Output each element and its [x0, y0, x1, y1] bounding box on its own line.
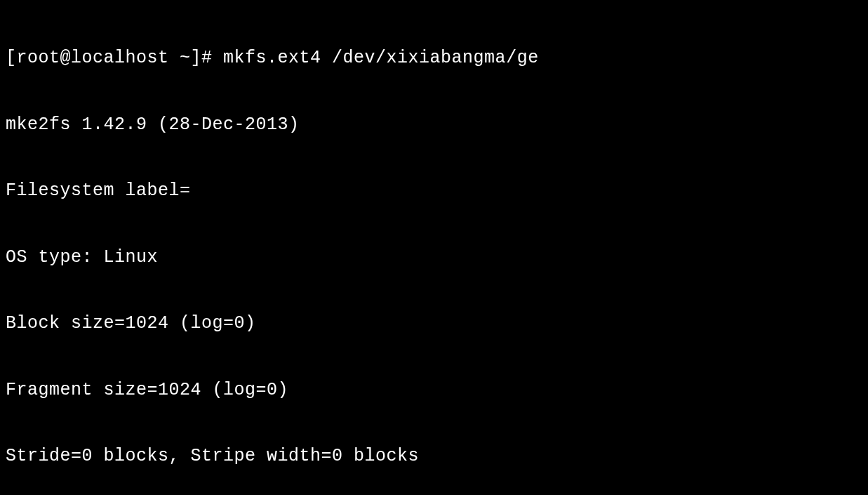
output-line: Block size=1024 (log=0) — [6, 312, 862, 335]
command-line: [root@localhost ~]# mkfs.ext4 /dev/xixia… — [6, 47, 862, 70]
output-line: mke2fs 1.42.9 (28-Dec-2013) — [6, 114, 862, 136]
command-text: mkfs.ext4 /dev/xixiabangma/ge — [223, 48, 539, 68]
output-line: Stride=0 blocks, Stripe width=0 blocks — [6, 445, 862, 468]
output-line: OS type: Linux — [6, 246, 862, 269]
output-line: Filesystem label= — [6, 180, 862, 202]
terminal-window[interactable]: [root@localhost ~]# mkfs.ext4 /dev/xixia… — [0, 0, 868, 495]
shell-prompt: [root@localhost ~]# — [6, 48, 223, 68]
output-line: Fragment size=1024 (log=0) — [6, 379, 862, 402]
